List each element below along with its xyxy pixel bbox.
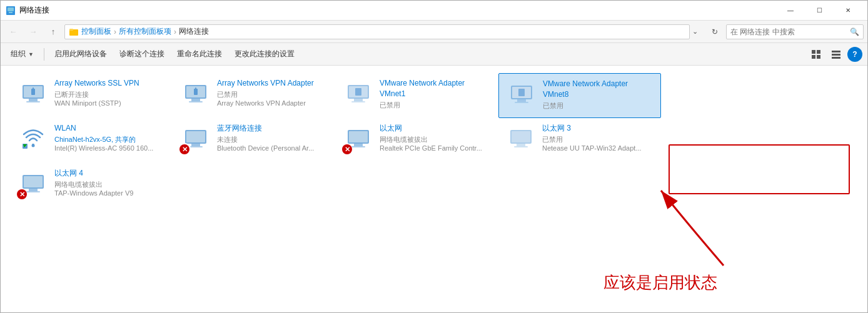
svg-rect-32	[515, 102, 528, 103]
rename-label: 重命名此连接	[177, 49, 222, 59]
svg-rect-5	[812, 50, 815, 54]
network-item-ethernet3[interactable]: 以太网 3 已禁用 Netease UU TAP-Win32 Adapt...	[498, 118, 661, 163]
network-status-ethernet4: 网络电缆被拔出	[54, 180, 166, 189]
network-status-array-ssl-vpn: 已断开连接	[54, 90, 166, 99]
network-name-ethernet4: 以太网 4	[54, 168, 166, 179]
network-item-array-vpn[interactable]: Array Networks VPN Adapter 已禁用 Array Net…	[173, 73, 336, 118]
network-info-ethernet: 以太网 网络电缆被拔出 Realtek PCIe GbE Family Cont…	[380, 123, 491, 152]
svg-rect-15	[26, 101, 40, 102]
change-settings-label: 更改此连接的设置	[235, 49, 295, 59]
network-item-vmnet8[interactable]: VMware Network Adapter VMnet8 已禁用	[498, 73, 661, 118]
network-icon-bluetooth: ✕	[181, 123, 211, 153]
annotation: 应该是启用状态	[603, 272, 717, 294]
breadcrumb-all-items[interactable]: 所有控制面板项	[119, 26, 171, 37]
refresh-button[interactable]: ↻	[706, 23, 724, 41]
network-detail-bluetooth: Bluetooth Device (Personal Ar...	[217, 144, 328, 152]
svg-rect-49	[24, 176, 43, 187]
network-name-vmnet8: VMware Network Adapter VMnet8	[543, 79, 653, 100]
breadcrumb-network: 网络连接	[179, 26, 209, 37]
network-info-vmnet8: VMware Network Adapter VMnet8 已禁用	[543, 79, 653, 110]
network-info-wlan: WLAN ChinaNet-h2vx-5G, 共享的 Intel(R) Wire…	[54, 123, 166, 152]
maximize-button[interactable]: ☐	[805, 1, 834, 21]
network-icon-vmnet8	[507, 79, 537, 109]
change-settings-button[interactable]: 更改此连接的设置	[230, 46, 300, 63]
network-status-bluetooth: 未连接	[217, 135, 328, 144]
toolbar-sep-1	[44, 48, 44, 61]
address-bar: ← → ↑ 控制面板 › 所有控制面板项 › 网络连接 ⌄ ↻ 🔍	[1, 21, 867, 43]
svg-rect-21	[189, 101, 203, 102]
svg-rect-42	[354, 144, 363, 146]
svg-rect-1	[8, 7, 14, 11]
network-item-vmnet1[interactable]: VMware Network Adapter VMnet1 已禁用	[336, 73, 498, 118]
network-detail-array-vpn: Array Networks VPN Adapter	[217, 99, 328, 107]
network-name-ethernet: 以太网	[380, 123, 491, 134]
svg-rect-7	[812, 55, 815, 59]
svg-rect-8	[817, 55, 820, 59]
up-button[interactable]: ↑	[44, 23, 62, 41]
enable-button[interactable]: 启用此网络设备	[49, 46, 112, 63]
help-button[interactable]: ?	[847, 47, 862, 62]
network-status-ethernet3: 已禁用	[542, 135, 654, 144]
diagnose-button[interactable]: 诊断这个连接	[114, 46, 169, 63]
network-item-wlan[interactable]: WLAN ChinaNet-h2vx-5G, 共享的 Intel(R) Wire…	[11, 118, 173, 163]
svg-rect-4	[69, 29, 73, 31]
svg-rect-27	[351, 101, 365, 102]
network-info-array-vpn: Array Networks VPN Adapter 已禁用 Array Net…	[217, 78, 328, 107]
organize-chevron: ▼	[28, 51, 34, 57]
window-title: 网络连接	[19, 5, 776, 16]
network-name-array-ssl-vpn: Array Networks SSL VPN	[54, 78, 166, 89]
network-detail-ethernet4: TAP-Windows Adapter V9	[54, 189, 166, 197]
forward-button[interactable]: →	[24, 23, 42, 41]
svg-rect-2	[9, 12, 13, 13]
title-bar: 网络连接 — ☐ ✕	[1, 1, 867, 21]
arrow-svg	[623, 184, 736, 272]
network-info-vmnet1: VMware Network Adapter VMnet1 已禁用	[380, 78, 491, 109]
svg-rect-47	[514, 146, 528, 147]
svg-rect-51	[26, 191, 40, 192]
network-icon-array-ssl-vpn	[18, 78, 48, 108]
view-button[interactable]	[807, 46, 825, 63]
network-icon-wlan	[18, 123, 48, 153]
address-chevron[interactable]: ⌄	[692, 27, 704, 36]
svg-rect-26	[354, 99, 363, 101]
annotation-text: 应该是启用状态	[603, 272, 717, 294]
svg-rect-33	[518, 89, 525, 96]
organize-label: 组织	[11, 49, 26, 59]
close-button[interactable]: ✕	[834, 1, 862, 21]
organize-button[interactable]: 组织 ▼	[6, 46, 39, 63]
svg-rect-31	[517, 99, 526, 102]
network-detail-ethernet: Realtek PCIe GbE Family Contr...	[380, 144, 491, 152]
network-item-ethernet[interactable]: ✕ 以太网 网络电缆被拔出 Realtek PCIe GbE Family Co…	[336, 118, 498, 163]
search-input[interactable]	[730, 27, 847, 36]
enable-label: 启用此网络设备	[54, 49, 107, 59]
content-area: Array Networks SSL VPN 已断开连接 WAN Minipor…	[1, 66, 867, 312]
network-icon-vmnet1	[343, 78, 373, 108]
search-icon[interactable]: 🔍	[850, 27, 859, 36]
svg-rect-38	[191, 144, 200, 146]
breadcrumb-control-panel[interactable]: 控制面板	[81, 26, 111, 37]
svg-rect-50	[29, 189, 38, 191]
network-item-bluetooth[interactable]: ✕ 蓝牙网络连接 未连接 Bluetooth Device (Personal …	[173, 118, 336, 163]
view-toggle-button[interactable]	[827, 46, 845, 63]
network-item-ethernet4[interactable]: ✕ 以太网 4 网络电缆被拔出 TAP-Windows Adapter V9	[11, 163, 173, 208]
network-status-vmnet1: 已禁用	[380, 101, 491, 109]
svg-rect-28	[355, 88, 361, 96]
error-badge-ethernet: ✕	[342, 144, 352, 154]
network-name-vmnet1: VMware Network Adapter VMnet1	[380, 78, 491, 99]
svg-rect-45	[512, 131, 530, 142]
svg-point-34	[32, 144, 35, 147]
network-status-wlan: ChinaNet-h2vx-5G, 共享的	[54, 135, 166, 144]
minimize-button[interactable]: —	[776, 1, 805, 21]
folder-icon	[69, 27, 79, 37]
network-icon-array-vpn	[181, 78, 211, 108]
network-item-array-ssl-vpn[interactable]: Array Networks SSL VPN 已断开连接 WAN Minipor…	[11, 73, 173, 118]
network-name-bluetooth: 蓝牙网络连接	[217, 123, 328, 134]
network-info-bluetooth: 蓝牙网络连接 未连接 Bluetooth Device (Personal Ar…	[217, 123, 328, 152]
svg-rect-46	[517, 144, 525, 146]
rename-button[interactable]: 重命名此连接	[172, 46, 227, 63]
back-button[interactable]: ←	[4, 23, 22, 41]
svg-rect-10	[832, 54, 840, 56]
svg-rect-9	[832, 51, 840, 52]
svg-rect-6	[817, 50, 820, 54]
search-box[interactable]: 🔍	[726, 24, 864, 39]
